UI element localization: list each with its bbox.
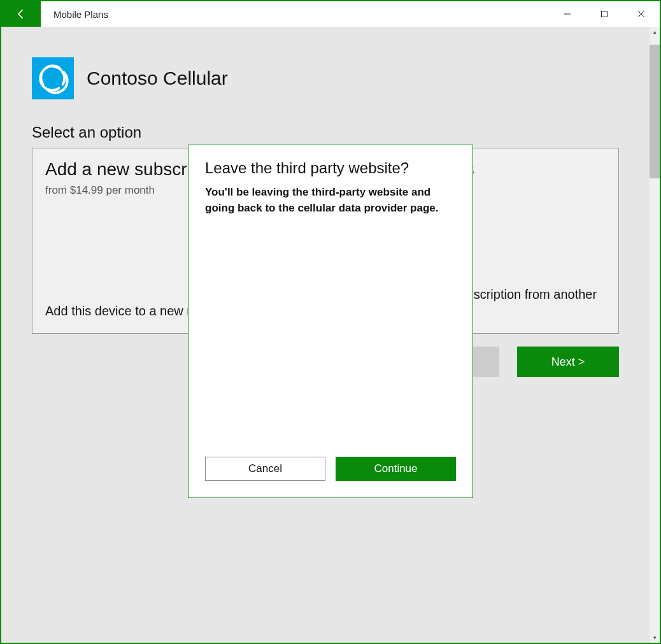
titlebar: Mobile Plans <box>1 1 660 27</box>
dialog-actions: Cancel Continue <box>205 457 456 481</box>
dialog-title: Leave the third party website? <box>205 159 456 177</box>
scrollbar-track[interactable] <box>650 37 660 633</box>
maximize-icon <box>601 10 608 18</box>
svg-rect-1 <box>602 11 608 17</box>
leave-site-dialog: Leave the third party website? You'll be… <box>188 145 473 498</box>
cancel-button[interactable]: Cancel <box>205 457 325 481</box>
scrollbar-thumb[interactable] <box>650 45 660 178</box>
app-title: Mobile Plans <box>41 1 108 27</box>
next-nav-button[interactable]: Next > <box>517 347 619 377</box>
continue-button[interactable]: Continue <box>336 457 456 481</box>
minimize-icon <box>564 10 571 18</box>
provider-header: Contoso Cellular <box>32 57 619 99</box>
close-icon <box>637 10 645 18</box>
section-title: Select an option <box>32 124 619 141</box>
arrow-left-icon <box>15 8 27 20</box>
window-controls <box>549 1 660 27</box>
back-button[interactable] <box>1 1 41 27</box>
close-button[interactable] <box>623 1 660 27</box>
provider-logo <box>32 57 74 99</box>
scroll-up-icon[interactable]: ▴ <box>650 27 660 37</box>
swirl-icon <box>37 62 69 94</box>
provider-name: Contoso Cellular <box>87 68 228 89</box>
app-window: Mobile Plans <box>0 0 661 644</box>
vertical-scrollbar[interactable]: ▴ ▾ <box>650 27 660 643</box>
dialog-body: You'll be leaving the third-party websit… <box>205 185 456 216</box>
minimize-button[interactable] <box>549 1 586 27</box>
maximize-button[interactable] <box>586 1 623 27</box>
scroll-down-icon[interactable]: ▾ <box>650 633 660 643</box>
